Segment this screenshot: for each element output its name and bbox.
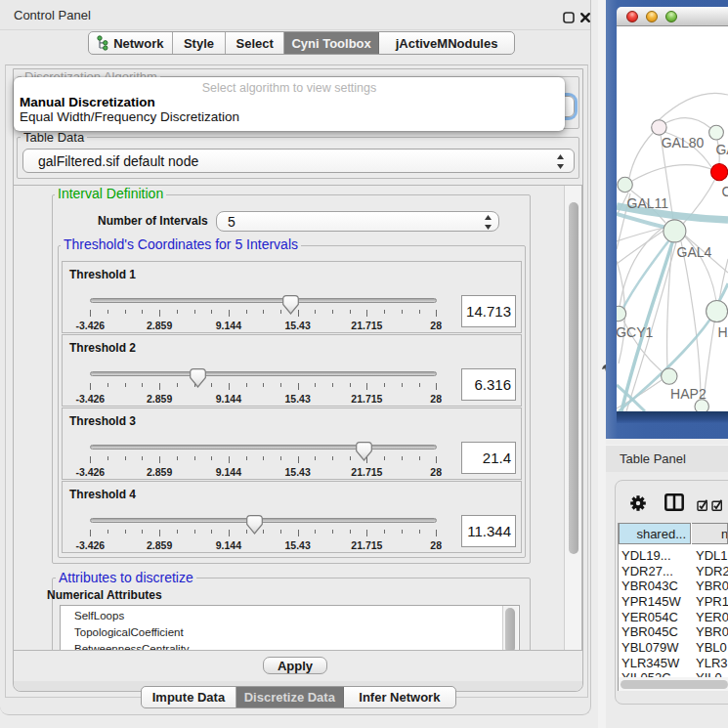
threshold-label: Threshold 3 [69,414,136,428]
table-row[interactable]: YDL19... YDL1 [619,548,728,564]
popup-item-equal-width-frequency[interactable]: Equal Width/Frequency Discretization [20,109,239,124]
gear-icon[interactable] [629,494,647,512]
checkbox-icon-1[interactable] [697,497,708,509]
slider-tick-label: 2.859 [128,393,191,405]
slider-tick [177,530,178,534]
column-header-name[interactable]: name [692,523,728,544]
slider-tick [177,310,178,314]
slider-tick [298,383,299,390]
threshold-value-field[interactable]: 14.713 [461,295,516,327]
zoom-traffic-light[interactable] [665,11,677,22]
network-node[interactable] [664,220,686,242]
threshold-value-field[interactable]: 21.4 [461,442,516,474]
slider-tick [419,530,420,534]
slider-tick [125,456,126,460]
list-scrollbar-thumb[interactable] [505,608,515,651]
tab-discretize-data[interactable]: Discretize Data [236,687,344,707]
table-horizontal-scrollbar-thumb[interactable] [621,680,728,689]
cell-shared-name: YLR345W [621,656,679,670]
close-traffic-light[interactable] [626,11,638,22]
number-of-intervals-value: 5 [217,214,236,230]
slider-tick [366,530,367,536]
table-panel-title: Table Panel [620,451,686,466]
threshold-label: Threshold 4 [69,488,136,501]
table-data-combobox[interactable]: galFiltered.sif default node [22,149,575,173]
list-item[interactable]: BetweennessCentrality [74,643,519,651]
columns-view-icon[interactable] [664,493,684,511]
network-node[interactable] [709,125,724,140]
table-row[interactable]: YBL079W YBL0 [619,640,728,656]
minimize-traffic-light[interactable] [646,11,658,22]
list-item[interactable]: TopologicalCoefficient [74,626,519,643]
slider-tick-label: 28 [405,466,467,478]
number-of-intervals-combobox[interactable]: 5 [216,211,499,232]
slider-tick-label: 2.859 [128,466,191,478]
slider-tick [229,310,230,317]
tab-network-label: Network [113,36,163,51]
slider-tick-label: 28 [405,393,467,405]
table-row[interactable]: YBR045C YBR0 [619,624,728,640]
network-node[interactable] [711,164,728,181]
network-node[interactable] [662,368,677,384]
threshold-slider-thumb[interactable] [246,515,263,535]
slider-tick [402,456,403,460]
table-row[interactable]: YPR145W YPR1 [619,594,728,610]
settings-scrollbar[interactable] [564,186,582,651]
column-header-shared-name[interactable]: shared... [619,523,691,544]
slider-tick [142,383,143,387]
threshold-panel: Threshold 2 -3.4262.8599.14415.4321.7152… [62,334,522,407]
slider-tick [125,383,126,387]
cell-name: YER0 [696,610,728,624]
threshold-slider-thumb[interactable] [356,442,372,461]
network-node[interactable] [617,306,626,321]
tab-network[interactable]: Network [89,32,173,54]
tab-jactivemnodules[interactable]: jActiveMNodules [379,32,514,54]
slider-tick [384,310,385,314]
checkbox-icon-2[interactable] [711,497,723,509]
slider-tick-label: 2.859 [128,539,191,551]
tab-infer-network-label: Infer Network [359,690,440,705]
close-icon[interactable] [579,10,591,21]
table-row[interactable]: YDR27... YDR2 [619,564,728,579]
network-node[interactable] [652,120,666,135]
list-item[interactable]: SelfLoops [74,610,519,626]
tab-style[interactable]: Style [173,32,227,54]
slider-tick [384,456,385,460]
tab-select[interactable]: Select [226,32,284,54]
threshold-value-field[interactable]: 11.344 [461,515,516,547]
network-node[interactable] [618,177,632,192]
tab-impute-data[interactable]: Impute Data [142,687,236,707]
threshold-slider-track[interactable] [90,518,437,523]
network-node[interactable] [707,301,728,322]
threshold-slider-thumb[interactable] [282,295,299,315]
table-row[interactable]: YBR043C YBR0 [619,578,728,594]
apply-button[interactable]: Apply [263,657,327,674]
threshold-slider-thumb[interactable] [190,368,206,388]
threshold-slider-track[interactable] [90,445,437,450]
slider-tick [350,456,351,460]
slider-tick [332,310,333,314]
tab-select-label: Select [236,36,274,51]
popup-prompt-item[interactable]: Select algorithm to view settings [14,81,565,95]
slider-tick-label: 28 [405,539,467,551]
threshold-slider-track[interactable] [90,298,437,303]
threshold-slider-track[interactable] [90,371,437,376]
slider-tick [280,310,281,314]
network-canvas[interactable]: GAL80GAL3CYC1GAL11GAL4GCY1HAP4HAP2 [617,26,728,411]
threshold-value-field[interactable]: 6.316 [461,368,516,401]
slider-tick-label: 21.715 [335,393,398,405]
tab-cyni-toolbox[interactable]: Cyni Toolbox [284,32,379,54]
slider-tick [90,383,91,390]
slider-tick [263,383,264,387]
numerical-attributes-list: SelfLoopsTopologicalCoefficientBetweenne… [60,605,520,651]
settings-scrollbar-thumb[interactable] [569,202,578,554]
slider-tick [298,530,299,536]
table-row[interactable]: YER054C YER0 [619,610,728,625]
table-row[interactable]: YLR345W YLR3 [619,656,728,671]
tab-infer-network[interactable]: Infer Network [344,687,455,707]
list-scrollbar[interactable] [502,606,518,651]
float-window-icon[interactable] [563,10,575,21]
popup-item-manual-discretization[interactable]: Manual Discretization [20,95,155,109]
slider-tick-label: 28 [405,320,467,331]
slider-tick [159,530,160,536]
